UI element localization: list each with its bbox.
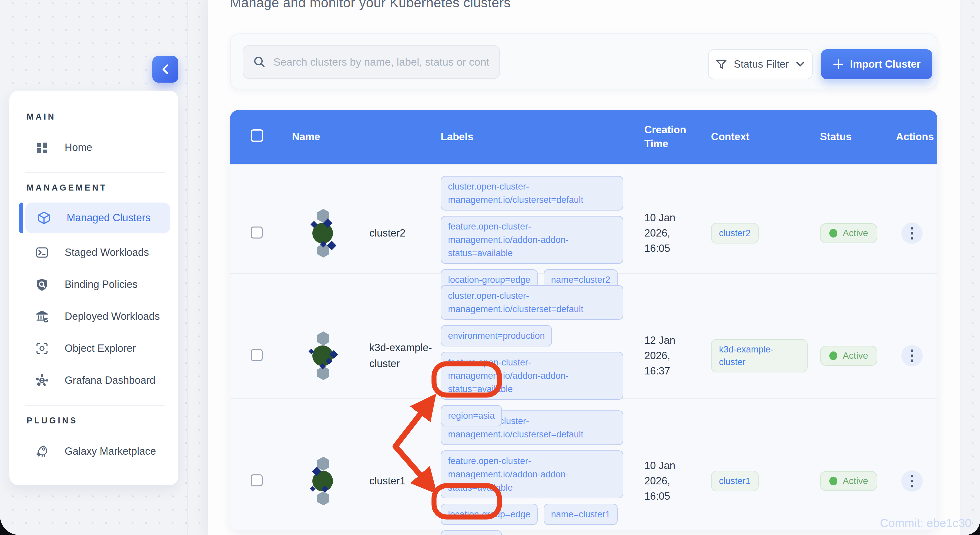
table-row[interactable]: k3d-example-cluster cluster.open-cluster…	[230, 273, 937, 398]
sidebar-item-label: Managed Clusters	[67, 212, 151, 224]
sidebar-item-galaxy-marketplace[interactable]: Galaxy Marketplace	[25, 435, 178, 467]
cluster-logo-icon	[307, 456, 340, 506]
grafana-icon	[35, 373, 49, 387]
context-badge: cluster2	[711, 223, 759, 243]
plus-icon	[833, 59, 844, 70]
import-cluster-label: Import Cluster	[850, 58, 921, 70]
sidebar-item-grafana-dashboard[interactable]: Grafana Dashboard	[25, 364, 178, 397]
object-scan-icon	[35, 341, 49, 356]
sidebar-item-label: Galaxy Marketplace	[65, 445, 156, 457]
creation-time: 10 Jan 2026, 16:05	[644, 210, 694, 256]
context-badge: cluster1	[711, 471, 759, 491]
creation-time: 10 Jan 2026, 16:05	[644, 458, 694, 504]
sidebar-item-label: Staged Workloads	[65, 246, 149, 259]
label-badge: environment=production	[441, 325, 552, 346]
sidebar: MAIN Home MANAGEMENT	[10, 90, 178, 485]
row-checkbox[interactable]	[251, 227, 262, 238]
sidebar-item-object-explorer[interactable]: Object Explorer	[25, 332, 178, 364]
active-item-indicator	[19, 203, 23, 233]
status-dot-icon	[829, 229, 837, 238]
context-badge: k3d-example-cluster	[711, 339, 808, 372]
main-content: Manage and monitor your Kubernetes clust…	[208, 0, 960, 535]
cluster-logo-icon	[307, 208, 340, 258]
row-checkbox[interactable]	[251, 475, 262, 486]
status-badge: Active	[820, 471, 877, 491]
row-actions-menu-button[interactable]	[901, 470, 923, 492]
sidebar-item-home[interactable]: Home	[25, 132, 178, 164]
label-badge-highlighted: region=asia	[441, 530, 502, 535]
sidebar-item-deployed-workloads[interactable]: Deployed Workloads	[25, 300, 178, 332]
sidebar-item-label: Object Explorer	[65, 343, 136, 354]
cube-icon	[37, 211, 51, 225]
row-actions-menu-button[interactable]	[901, 345, 923, 367]
table-header-row: Name Labels Creation Time Context Status…	[230, 110, 937, 164]
column-header-labels: Labels	[441, 131, 644, 143]
sidebar-section-management: MANAGEMENT	[27, 183, 178, 192]
table-row[interactable]: cluster1 cluster.open-cluster-management…	[230, 398, 937, 530]
search-box[interactable]	[243, 45, 500, 79]
sidebar-divider	[25, 405, 165, 406]
status-dot-icon	[829, 477, 837, 485]
table-row[interactable]: cluster2 cluster.open-cluster-management…	[230, 164, 937, 273]
filter-funnel-icon	[716, 59, 727, 70]
sidebar-section-plugins: PLUGINS	[27, 416, 178, 425]
cluster-logo-icon	[307, 331, 340, 381]
select-all-checkbox[interactable]	[251, 129, 263, 142]
status-dot-icon	[829, 351, 837, 360]
label-badge: cluster.open-cluster-management.io/clust…	[441, 176, 623, 211]
search-input[interactable]	[273, 56, 490, 68]
status-badge: Active	[820, 346, 877, 366]
import-cluster-button[interactable]: Import Cluster	[821, 49, 932, 79]
label-badge: cluster.open-cluster-management.io/clust…	[441, 285, 623, 320]
label-badge: name=cluster1	[544, 504, 618, 525]
status-badge: Active	[820, 223, 877, 243]
sidebar-item-managed-clusters[interactable]: Managed Clusters	[25, 203, 170, 233]
page-background: Manage and monitor your Kubernetes clust…	[0, 0, 980, 535]
label-badge-highlighted: region=asia	[441, 405, 502, 426]
terminal-icon	[35, 246, 49, 259]
commit-label: Commit: ebe1c30	[880, 516, 971, 530]
cluster-name: cluster2	[369, 225, 406, 241]
sidebar-item-label: Deployed Workloads	[65, 311, 160, 322]
rocket-icon	[35, 445, 49, 458]
label-badge: feature.open-cluster-management.io/addon…	[441, 450, 623, 498]
page-subtitle: Manage and monitor your Kubernetes clust…	[230, 0, 511, 10]
chevron-down-icon	[795, 61, 805, 68]
clusters-table: Name Labels Creation Time Context Status…	[230, 110, 937, 530]
sidebar-divider	[25, 172, 165, 173]
cluster-name: k3d-example-cluster	[369, 340, 434, 372]
sidebar-item-binding-policies[interactable]: Binding Policies	[25, 268, 178, 300]
sidebar-item-staged-workloads[interactable]: Staged Workloads	[25, 237, 178, 268]
column-header-actions: Actions	[883, 131, 941, 143]
label-badge: feature.open-cluster-management.io/addon…	[441, 352, 623, 400]
label-badge: feature.open-cluster-management.io/addon…	[441, 216, 623, 264]
chevron-left-icon	[161, 64, 170, 75]
row-actions-menu-button[interactable]	[901, 222, 923, 244]
home-dashboard-icon	[35, 141, 49, 155]
sidebar-item-label: Grafana Dashboard	[65, 375, 155, 386]
column-header-creation-time: Creation Time	[644, 123, 694, 151]
column-header-status: Status	[820, 131, 883, 143]
shield-search-icon	[35, 278, 49, 292]
column-header-name: Name	[283, 131, 441, 143]
status-filter-button[interactable]: Status Filter	[708, 49, 813, 79]
app-window: Manage and monitor your Kubernetes clust…	[0, 0, 980, 535]
search-icon	[253, 55, 266, 69]
cluster-name: cluster1	[369, 473, 406, 489]
label-badge: location-group=edge	[441, 504, 538, 525]
sidebar-item-label: Home	[65, 141, 92, 154]
status-filter-label: Status Filter	[733, 58, 789, 70]
column-header-context: Context	[711, 131, 820, 143]
bank-check-icon	[35, 309, 49, 324]
toolbar: Status Filter Import Cluster	[230, 33, 937, 89]
sidebar-collapse-button[interactable]	[152, 56, 178, 83]
row-checkbox[interactable]	[251, 349, 262, 361]
creation-time: 12 Jan 2026, 16:37	[644, 333, 694, 379]
sidebar-section-main: MAIN	[27, 112, 178, 122]
sidebar-item-label: Binding Policies	[65, 278, 138, 291]
